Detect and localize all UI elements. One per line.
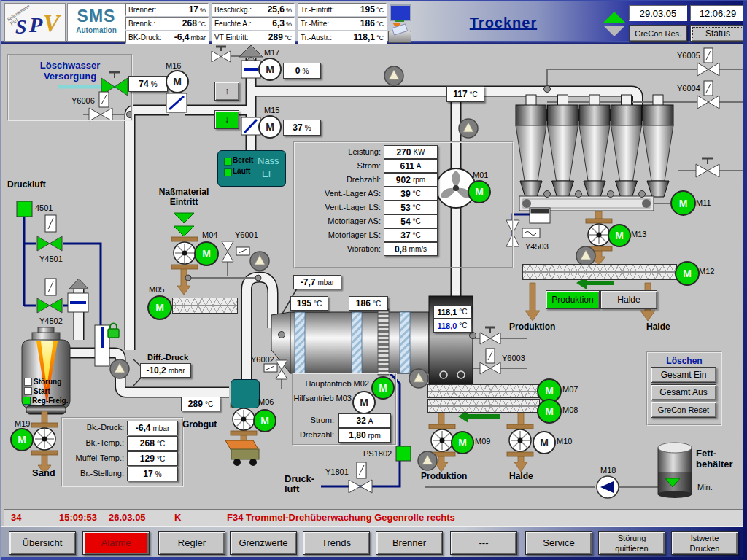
gesamt-ein-button[interactable]: Gesamt Ein xyxy=(651,367,716,383)
nassmaterial-line1: Naßmaterial xyxy=(149,187,219,197)
motor-m17[interactable]: M xyxy=(258,58,282,81)
value-text: 74 xyxy=(139,79,148,89)
nassmaterial-label: Naßmaterial Eintritt xyxy=(149,187,219,207)
nav-button-regler[interactable]: Regler xyxy=(158,531,225,555)
burner-air-damper[interactable] xyxy=(68,293,88,312)
value-text: 17 xyxy=(143,469,152,479)
motor-m11[interactable]: M xyxy=(670,190,696,216)
drehzahl-label: Drehzahl: xyxy=(298,175,381,184)
value-text: 129 xyxy=(140,454,155,464)
nav-button-service[interactable]: Service xyxy=(525,531,592,555)
unit-text: A xyxy=(368,417,374,425)
motor-m13[interactable]: M xyxy=(608,224,631,247)
nav-button-dash[interactable]: --- xyxy=(450,531,517,555)
druckluft-4501-status xyxy=(17,201,32,217)
valve-top-manual[interactable] xyxy=(212,47,231,62)
diff-druck-box: -10,2mbar xyxy=(140,363,191,378)
motor-m01[interactable]: M xyxy=(468,180,491,203)
valve-y6005[interactable] xyxy=(697,63,719,76)
motor-m06[interactable]: M xyxy=(253,409,276,432)
motor-m03[interactable]: M xyxy=(352,391,376,414)
unit-text: °C xyxy=(373,300,381,308)
motor-m15[interactable]: M xyxy=(258,115,282,139)
motor-m02[interactable]: M xyxy=(371,376,395,400)
motor-m12[interactable]: M xyxy=(675,261,700,286)
gesamt-aus-button[interactable]: Gesamt Aus xyxy=(651,384,716,400)
alarm-class: K xyxy=(174,512,181,523)
sensor-y6004 xyxy=(704,81,713,96)
rotary-valve-m10[interactable] xyxy=(507,424,533,456)
ventlager-as-box: 39°C xyxy=(384,187,438,201)
nav-button-uebersicht[interactable]: Übersicht xyxy=(9,531,76,555)
valve-y4502[interactable] xyxy=(37,298,62,313)
screw-conveyor-m07 xyxy=(427,384,540,398)
unit-text: °C xyxy=(459,322,467,330)
nav-button-istwerte-drucken[interactable]: IstwerteDrucken xyxy=(671,531,738,555)
value-text: 118,1 xyxy=(437,308,457,316)
valve-drum-manual[interactable] xyxy=(480,327,500,344)
button-label: Alarme xyxy=(101,538,131,548)
strom-box: 611A xyxy=(384,159,438,173)
button-label: Übersicht xyxy=(23,538,63,548)
valve-y1801[interactable] xyxy=(349,480,372,493)
strom-label: Strom: xyxy=(298,161,381,170)
burner-stoerung-label: Störung xyxy=(34,378,61,386)
alarm-line[interactable]: 34 15:09:53 26.03.05 K F34 Trommel-Drehü… xyxy=(4,509,745,526)
valve-right-manual[interactable] xyxy=(696,158,719,177)
damper-m16[interactable] xyxy=(166,93,187,112)
unit-text: mbar xyxy=(152,424,169,432)
button-label: Trends xyxy=(322,538,351,548)
drive-strom-label: Strom: xyxy=(298,416,334,424)
valve-y6004[interactable] xyxy=(697,96,719,109)
button-label: Gesamt Aus xyxy=(659,387,707,397)
up-arrow-icon: ↑ xyxy=(225,86,229,96)
pump-m18-icon[interactable] xyxy=(597,476,619,498)
produktion-mode-button[interactable]: Produktion xyxy=(546,290,600,309)
motor-m05[interactable]: M xyxy=(147,295,172,320)
bereit-indicator xyxy=(224,158,232,166)
motor-m19[interactable]: M xyxy=(10,428,34,451)
y6006-label: Y6006 xyxy=(71,96,95,105)
damper-up-button[interactable]: ↑ xyxy=(214,82,239,101)
trockner-scada-screen: { "m": "M", "glyphs": {"up": "↑", "down"… xyxy=(0,0,747,560)
nav-button-stoerung-quittieren[interactable]: Störungquittieren xyxy=(598,531,665,555)
nassmaterial-line2: Eintritt xyxy=(149,197,219,207)
halde-mode-button[interactable]: Halde xyxy=(600,290,657,309)
fett-line1: Fett- xyxy=(696,448,733,459)
motor-m04[interactable]: M xyxy=(194,241,219,266)
burner-stoerung-indicator xyxy=(24,378,32,386)
ventlager-ls-box: 53°C xyxy=(384,201,438,214)
bk-temp-label: Bk.-Temp.: xyxy=(64,438,124,447)
motor-m09[interactable]: M xyxy=(451,431,474,454)
motor-m10[interactable]: M xyxy=(533,431,556,454)
damper-down-button[interactable]: ↓ xyxy=(214,110,239,129)
nav-button-grenzwerte[interactable]: Grenzwerte xyxy=(230,531,297,555)
unit-text: °C xyxy=(413,203,421,211)
m12-label: M12 xyxy=(699,267,714,276)
hauptantrieb-label: Hauptantrieb M02 xyxy=(295,379,369,388)
button-label: Gesamt Ein xyxy=(661,370,707,380)
temp-1181-box: 118,1°C xyxy=(433,305,471,319)
motor-m08[interactable]: M xyxy=(537,399,562,424)
sensor-y4502 xyxy=(45,279,56,295)
valve-y4501[interactable] xyxy=(37,236,62,251)
rotary-valve-m19[interactable] xyxy=(31,423,58,455)
valve-y6001[interactable] xyxy=(222,241,233,262)
unit-text: % xyxy=(155,470,162,478)
unit-text: °C xyxy=(470,90,478,98)
nass-ef-status-box: Bereit Läuft Nass EF xyxy=(217,150,286,187)
motor-m16[interactable]: M xyxy=(166,70,189,93)
nav-button-alarme[interactable]: Alarme xyxy=(82,531,150,555)
sensor-y1801 xyxy=(357,462,366,478)
motor-letter: M xyxy=(679,198,688,209)
unit-text: KW xyxy=(413,148,425,156)
nav-button-trends[interactable]: Trends xyxy=(303,531,370,555)
valve-y6003[interactable] xyxy=(480,362,500,374)
laeuft-label: Läuft xyxy=(233,167,250,175)
button-label: Brenner xyxy=(392,538,426,548)
grecon-reset-button[interactable]: GreCon Reset xyxy=(651,402,716,418)
loeschwasser-line1: Löschwasser xyxy=(9,60,131,71)
flap-box-y4503 xyxy=(530,208,550,223)
nav-button-brenner[interactable]: Brenner xyxy=(376,531,443,555)
m13-label: M13 xyxy=(631,230,646,238)
